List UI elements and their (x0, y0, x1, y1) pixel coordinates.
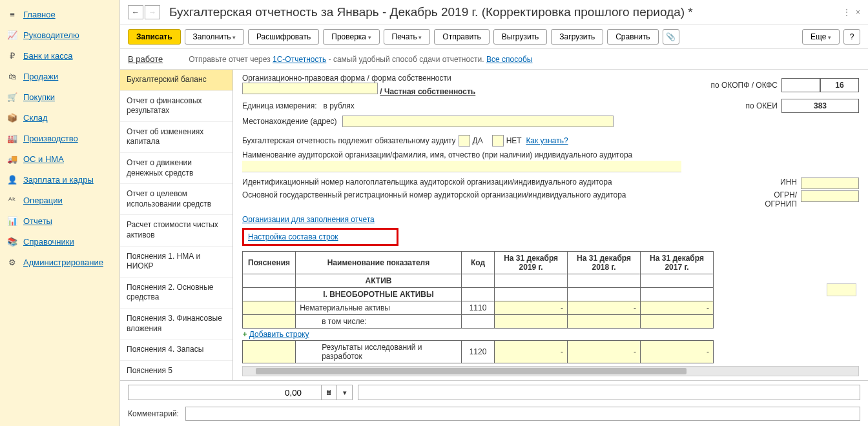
yes-label: ДА (473, 136, 483, 145)
org-form-field[interactable] (242, 83, 378, 94)
plus-icon: + (243, 330, 247, 339)
print-button[interactable]: Печать (384, 29, 431, 45)
check-button[interactable]: Проверка (323, 29, 379, 45)
attach-button[interactable]: 📎 (663, 29, 679, 45)
horizontal-scrollbar[interactable] (242, 366, 859, 376)
cell-y1[interactable]: - (495, 341, 568, 363)
report-nav-item[interactable]: Пояснения 5 (120, 361, 232, 380)
org-form-label: Организационно-правовая форма / форма со… (242, 74, 475, 83)
box-icon: 📦 (6, 112, 18, 123)
report-nav-item[interactable]: Пояснения 3. Финансовые вложения (120, 309, 232, 340)
cart-icon: 🛒 (6, 91, 18, 103)
nav-forward-button[interactable]: → (145, 5, 160, 19)
no-label: НЕТ (506, 136, 522, 145)
decode-button[interactable]: Расшифровать (248, 29, 319, 45)
help-button[interactable]: ? (843, 29, 860, 45)
nav-back-button[interactable]: ← (128, 5, 143, 19)
sidebar-item-warehouse[interactable]: 📦Склад (0, 107, 119, 128)
inn-field[interactable] (801, 178, 859, 189)
more-button[interactable]: Еще (802, 29, 840, 45)
including-label: в том числе: (296, 315, 462, 329)
rows-config-highlight: Настройка состава строк (242, 228, 398, 246)
cell-expl[interactable] (243, 341, 296, 363)
okei-label: по ОКЕИ (746, 101, 781, 110)
sidebar-item-purchases[interactable]: 🛒Покупки (0, 86, 119, 107)
aux-input[interactable] (358, 385, 860, 400)
th-code: Код (461, 252, 494, 274)
cell-expl[interactable] (243, 315, 296, 329)
sidebar-item-os-nma[interactable]: 🚚ОС и НМА (0, 148, 119, 169)
upload-button[interactable]: Выгрузить (493, 29, 548, 45)
sidebar-item-bank[interactable]: ₽Банк и касса (0, 45, 119, 66)
report-nav-item[interactable]: Отчет о движении денежных средств (120, 153, 232, 184)
cell-y2[interactable]: - (568, 301, 641, 315)
main-sidebar: ≡Главное 📈Руководителю ₽Банк и касса 🛍Пр… (0, 0, 120, 426)
onec-link[interactable]: 1С-Отчетность (273, 55, 326, 64)
audit-yes-checkbox[interactable] (459, 135, 470, 147)
auditor-name-field[interactable] (242, 161, 681, 172)
org-fill-link[interactable]: Организации для заполнения отчета (242, 215, 375, 224)
cell-y3[interactable]: - (641, 341, 714, 363)
cell-y3[interactable] (641, 315, 714, 329)
ownership-link[interactable]: / Частная собственность (380, 87, 475, 96)
sidebar-item-operations[interactable]: ᴬᵏОперации (0, 190, 119, 210)
compare-button[interactable]: Сравнить (607, 29, 658, 45)
sidebar-item-manager[interactable]: 📈Руководителю (0, 25, 119, 45)
status-in-work-link[interactable]: В работе (128, 54, 163, 64)
kebab-icon[interactable]: ⋮ (843, 8, 851, 17)
audit-no-checkbox[interactable] (492, 135, 504, 147)
report-nav-item[interactable]: Отчет о финансовых результатах (120, 91, 232, 122)
sidebar-item-label: Банк и касса (23, 51, 73, 61)
books-icon: 📚 (6, 236, 18, 247)
comment-input[interactable] (185, 407, 860, 421)
ogrn-caption: ОГРН/ ОГРНИП (756, 190, 801, 208)
statusbar: В работе Отправьте отчет через 1С-Отчетн… (120, 49, 868, 70)
status-text: Отправьте отчет через 1С-Отчетность - са… (189, 55, 532, 64)
ogrn-field[interactable] (801, 190, 859, 202)
chart-icon: 📈 (6, 29, 18, 41)
cell-y1[interactable] (495, 315, 568, 329)
titlebar: ← → Бухгалтерская отчетность за Январь -… (120, 0, 868, 25)
how-link[interactable]: Как узнать? (526, 136, 568, 145)
load-button[interactable]: Загрузить (551, 29, 603, 45)
cell-y2[interactable]: - (568, 341, 641, 363)
send-button[interactable]: Отправить (434, 29, 490, 45)
report-nav-item[interactable]: Расчет стоимости чистых активов (120, 215, 232, 246)
cell-y2[interactable] (568, 315, 641, 329)
row-code: 1110 (461, 301, 494, 315)
sidebar-item-production[interactable]: 🏭Производство (0, 128, 119, 148)
report-nav: Бухгалтерский баланс Отчет о финансовых … (120, 70, 233, 380)
add-row-link[interactable]: Добавить строку (249, 330, 309, 339)
value-input[interactable] (128, 385, 322, 400)
close-icon[interactable]: × (856, 8, 860, 17)
report-nav-item[interactable]: Пояснения 1. НМА и НИОКР (120, 247, 232, 278)
report-nav-item[interactable]: Пояснения 2. Основные средства (120, 278, 232, 309)
row-code: 1120 (461, 341, 494, 363)
report-nav-item[interactable]: Отчет об изменениях капитала (120, 122, 232, 153)
sidebar-item-main[interactable]: ≡Главное (0, 4, 119, 25)
sidebar-item-sales[interactable]: 🛍Продажи (0, 66, 119, 86)
journal-icon: ᴬᵏ (6, 194, 18, 206)
sidebar-item-reports[interactable]: 📊Отчеты (0, 210, 119, 231)
floating-field[interactable] (827, 283, 856, 296)
write-button[interactable]: Записать (128, 29, 181, 45)
okei-box: 383 (781, 99, 859, 113)
value-expand-button[interactable]: ▾ (337, 385, 353, 400)
sidebar-item-refs[interactable]: 📚Справочники (0, 231, 119, 252)
report-nav-item[interactable]: Бухгалтерский баланс (120, 70, 232, 91)
unit-label: Единица измерения: (242, 101, 317, 110)
report-nav-item[interactable]: Отчет о целевом использовании средств (120, 184, 232, 215)
cell-expl[interactable] (243, 301, 296, 315)
menu-icon: ≡ (6, 8, 18, 20)
section1-header: I. ВНЕОБОРОТНЫЕ АКТИВЫ (296, 288, 462, 301)
location-field[interactable] (342, 116, 614, 127)
sidebar-item-payroll[interactable]: 👤Зарплата и кадры (0, 169, 119, 190)
sidebar-item-admin[interactable]: ⚙Администрирование (0, 252, 119, 272)
cell-y1[interactable]: - (495, 301, 568, 315)
fill-button[interactable]: Заполнить (185, 29, 244, 45)
report-nav-item[interactable]: Пояснения 4. Запасы (120, 340, 232, 361)
rows-config-link[interactable]: Настройка состава строк (248, 232, 338, 241)
all-methods-link[interactable]: Все способы (486, 55, 533, 64)
cell-y3[interactable]: - (641, 301, 714, 315)
value-calc-button[interactable]: 🖩 (322, 385, 337, 400)
